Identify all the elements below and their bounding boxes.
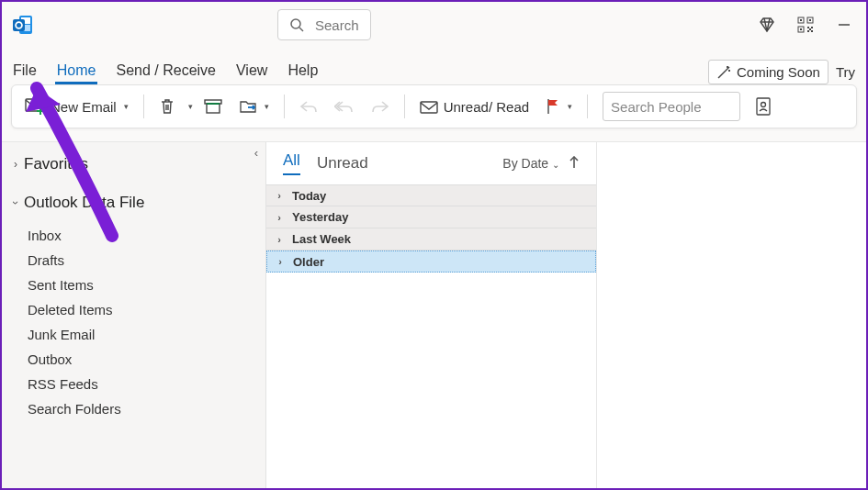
tab-help[interactable]: Help xyxy=(286,57,320,84)
folder-inbox[interactable]: Inbox xyxy=(2,223,265,248)
group-yesterday[interactable]: › Yesterday xyxy=(266,206,596,228)
message-list: All Unread By Date ⌄ › Today xyxy=(266,142,597,488)
group-last-week[interactable]: › Last Week xyxy=(266,228,596,251)
forward-icon xyxy=(371,99,389,114)
reply-button[interactable] xyxy=(294,95,323,117)
sort-by-date[interactable]: By Date ⌄ xyxy=(502,156,559,171)
group-label: Last Week xyxy=(292,232,351,246)
trash-icon xyxy=(159,98,175,115)
archive-icon xyxy=(204,99,222,114)
global-search[interactable]: Search xyxy=(277,9,371,40)
delete-button[interactable] xyxy=(153,95,181,118)
new-email-icon xyxy=(25,98,45,115)
group-label: Today xyxy=(292,189,326,203)
folder-drafts[interactable]: Drafts xyxy=(2,248,265,273)
folder-deleted-items[interactable]: Deleted Items xyxy=(2,297,265,322)
minimize-button[interactable] xyxy=(835,16,853,34)
folder-outbox[interactable]: Outbox xyxy=(2,347,265,372)
envelope-icon xyxy=(420,99,438,114)
arrow-up-icon xyxy=(569,156,580,169)
delete-dropdown[interactable]: ▾ xyxy=(188,102,193,111)
qr-code-icon[interactable] xyxy=(796,16,815,34)
separator xyxy=(284,95,285,118)
new-email-label: New Email xyxy=(51,99,117,115)
flag-button[interactable]: ▾ xyxy=(540,95,578,118)
data-file-header[interactable]: › Outlook Data File xyxy=(2,190,265,216)
address-book-button[interactable] xyxy=(750,94,777,119)
favorites-label: Favorites xyxy=(24,155,88,173)
svg-rect-12 xyxy=(800,28,802,30)
reply-icon xyxy=(299,99,318,114)
coming-soon-label: Coming Soon xyxy=(737,64,820,80)
tab-file[interactable]: File xyxy=(11,57,39,84)
chevron-down-icon: › xyxy=(9,196,22,209)
data-file-label: Outlook Data File xyxy=(24,194,144,212)
folder-sent-items[interactable]: Sent Items xyxy=(2,273,265,297)
group-today[interactable]: › Today xyxy=(266,184,596,206)
archive-button[interactable] xyxy=(198,95,228,117)
svg-rect-13 xyxy=(807,27,809,28)
tab-send-receive[interactable]: Send / Receive xyxy=(114,57,218,84)
folder-rss-feeds[interactable]: RSS Feeds xyxy=(2,372,265,396)
svg-rect-17 xyxy=(809,28,811,30)
chevron-right-icon: › xyxy=(267,256,293,267)
search-icon xyxy=(289,17,304,32)
chevron-right-icon: › xyxy=(266,234,292,245)
reply-all-button[interactable] xyxy=(329,95,360,117)
new-email-button[interactable]: New Email ▾ xyxy=(19,95,134,118)
svg-rect-3 xyxy=(13,19,25,31)
chevron-down-icon[interactable]: ▾ xyxy=(568,102,572,111)
group-label: Yesterday xyxy=(292,210,348,224)
svg-point-5 xyxy=(291,19,300,28)
coming-soon-button[interactable]: Coming Soon xyxy=(708,60,829,84)
separator xyxy=(587,95,588,118)
svg-rect-25 xyxy=(207,104,220,113)
tab-home[interactable]: Home xyxy=(55,57,98,84)
svg-rect-8 xyxy=(800,19,802,21)
separator xyxy=(404,95,405,118)
flag-icon xyxy=(546,98,560,115)
folder-junk-email[interactable]: Junk Email xyxy=(2,322,265,347)
tab-view[interactable]: View xyxy=(234,57,269,84)
premium-diamond-icon[interactable] xyxy=(758,16,776,34)
svg-rect-15 xyxy=(807,30,809,32)
svg-point-29 xyxy=(761,103,766,107)
folder-pane: ‹ › Favorites › Outlook Data File Inbox … xyxy=(2,142,266,488)
favorites-header[interactable]: › Favorites xyxy=(2,151,265,177)
filter-tab-all[interactable]: All xyxy=(283,151,300,175)
svg-rect-16 xyxy=(811,30,813,32)
reading-pane xyxy=(597,142,866,488)
address-book-icon xyxy=(755,97,772,116)
svg-rect-27 xyxy=(421,102,437,113)
reply-all-icon xyxy=(334,99,355,114)
group-label: Older xyxy=(293,255,324,269)
chevron-down-icon[interactable]: ▾ xyxy=(124,102,129,111)
chevron-right-icon: › xyxy=(9,158,22,171)
unread-read-button[interactable]: Unread/ Read xyxy=(414,95,535,118)
group-older[interactable]: › Older xyxy=(266,251,596,273)
chevron-down-icon[interactable]: ▾ xyxy=(265,102,269,111)
outlook-app-icon xyxy=(11,13,35,37)
unread-read-label: Unread/ Read xyxy=(444,99,529,115)
chevron-right-icon: › xyxy=(266,190,292,201)
wand-icon xyxy=(716,65,731,80)
svg-rect-10 xyxy=(809,19,811,21)
search-people-placeholder: Search People xyxy=(611,99,701,115)
filter-tab-unread[interactable]: Unread xyxy=(317,154,368,173)
svg-rect-14 xyxy=(811,27,813,28)
sort-direction-button[interactable] xyxy=(569,156,580,172)
chevron-right-icon: › xyxy=(266,212,292,223)
folder-search-folders[interactable]: Search Folders xyxy=(2,396,265,421)
collapse-pane-button[interactable]: ‹ xyxy=(254,146,258,160)
forward-button[interactable] xyxy=(366,95,395,117)
svg-line-6 xyxy=(299,28,303,31)
search-placeholder: Search xyxy=(315,17,359,33)
move-button[interactable]: ▾ xyxy=(233,95,275,118)
ribbon: New Email ▾ ▾ ▾ xyxy=(11,84,857,128)
move-to-folder-icon xyxy=(239,98,257,115)
search-people-input[interactable]: Search People xyxy=(603,92,740,121)
chevron-down-icon: ⌄ xyxy=(552,160,559,170)
separator xyxy=(143,95,144,118)
try-button[interactable]: Try xyxy=(834,61,857,84)
